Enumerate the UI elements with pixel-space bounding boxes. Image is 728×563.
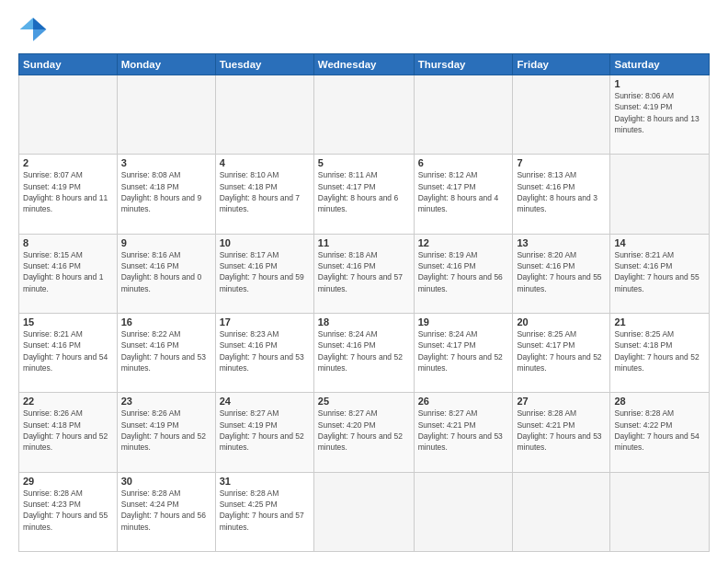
- page: SundayMondayTuesdayWednesdayThursdayFrid…: [0, 0, 728, 563]
- calendar-day-14: 14Sunrise: 8:21 AMSunset: 4:16 PMDayligh…: [610, 234, 710, 313]
- day-number: 23: [121, 396, 211, 407]
- day-number: 12: [418, 237, 509, 248]
- calendar-week-1: 2Sunrise: 8:07 AMSunset: 4:19 PMDaylight…: [19, 155, 710, 234]
- day-info: Sunrise: 8:22 AMSunset: 4:16 PMDaylight:…: [121, 328, 211, 373]
- day-info: Sunrise: 8:06 AMSunset: 4:19 PMDaylight:…: [614, 90, 705, 135]
- calendar-day-6: 6Sunrise: 8:12 AMSunset: 4:17 PMDaylight…: [414, 155, 513, 234]
- day-info: Sunrise: 8:08 AMSunset: 4:18 PMDaylight:…: [121, 169, 211, 214]
- day-info: Sunrise: 8:17 AMSunset: 4:16 PMDaylight:…: [220, 249, 310, 294]
- day-info: Sunrise: 8:27 AMSunset: 4:20 PMDaylight:…: [318, 408, 410, 453]
- day-info: Sunrise: 8:28 AMSunset: 4:24 PMDaylight:…: [121, 488, 211, 533]
- calendar-day-9: 9Sunrise: 8:16 AMSunset: 4:16 PMDaylight…: [117, 234, 215, 313]
- empty-cell: [513, 472, 610, 551]
- empty-cell: [610, 155, 710, 234]
- day-info: Sunrise: 8:21 AMSunset: 4:16 PMDaylight:…: [614, 249, 705, 294]
- svg-marker-0: [33, 17, 46, 29]
- calendar-day-18: 18Sunrise: 8:24 AMSunset: 4:16 PMDayligh…: [313, 313, 414, 392]
- weekday-header-wednesday: Wednesday: [313, 54, 414, 75]
- calendar-body: 1Sunrise: 8:06 AMSunset: 4:19 PMDaylight…: [19, 75, 710, 552]
- calendar-day-7: 7Sunrise: 8:13 AMSunset: 4:16 PMDaylight…: [513, 155, 610, 234]
- day-number: 21: [614, 316, 705, 327]
- weekday-header-thursday: Thursday: [414, 54, 513, 75]
- calendar-header: SundayMondayTuesdayWednesdayThursdayFrid…: [19, 54, 710, 75]
- day-info: Sunrise: 8:21 AMSunset: 4:16 PMDaylight:…: [23, 328, 113, 373]
- day-number: 11: [318, 237, 410, 248]
- calendar-day-2: 2Sunrise: 8:07 AMSunset: 4:19 PMDaylight…: [19, 155, 118, 234]
- weekday-header-friday: Friday: [513, 54, 610, 75]
- day-info: Sunrise: 8:16 AMSunset: 4:16 PMDaylight:…: [121, 249, 211, 294]
- calendar-day-15: 15Sunrise: 8:21 AMSunset: 4:16 PMDayligh…: [19, 313, 118, 392]
- day-number: 9: [121, 237, 211, 248]
- day-info: Sunrise: 8:28 AMSunset: 4:23 PMDaylight:…: [23, 488, 113, 533]
- day-number: 14: [614, 237, 705, 248]
- day-number: 26: [418, 396, 509, 407]
- day-number: 20: [517, 316, 606, 327]
- logo-icon: [18, 15, 48, 44]
- empty-cell: [19, 75, 118, 155]
- calendar-week-5: 29Sunrise: 8:28 AMSunset: 4:23 PMDayligh…: [19, 472, 710, 551]
- day-info: Sunrise: 8:27 AMSunset: 4:21 PMDaylight:…: [418, 408, 509, 453]
- calendar-day-31: 31Sunrise: 8:28 AMSunset: 4:25 PMDayligh…: [215, 472, 313, 551]
- empty-cell: [215, 75, 313, 155]
- day-info: Sunrise: 8:28 AMSunset: 4:25 PMDaylight:…: [220, 488, 310, 533]
- day-number: 8: [23, 237, 113, 248]
- day-number: 5: [318, 157, 410, 168]
- day-number: 29: [23, 476, 113, 487]
- empty-cell: [513, 75, 610, 155]
- day-number: 6: [418, 157, 509, 168]
- day-number: 16: [121, 316, 211, 327]
- calendar-day-20: 20Sunrise: 8:25 AMSunset: 4:17 PMDayligh…: [513, 313, 610, 392]
- day-info: Sunrise: 8:13 AMSunset: 4:16 PMDaylight:…: [517, 169, 606, 214]
- day-number: 27: [517, 396, 606, 407]
- day-number: 1: [614, 78, 705, 89]
- day-number: 24: [220, 396, 310, 407]
- day-info: Sunrise: 8:27 AMSunset: 4:19 PMDaylight:…: [220, 408, 310, 453]
- day-info: Sunrise: 8:28 AMSunset: 4:21 PMDaylight:…: [517, 408, 606, 453]
- calendar-day-5: 5Sunrise: 8:11 AMSunset: 4:17 PMDaylight…: [313, 155, 414, 234]
- day-info: Sunrise: 8:24 AMSunset: 4:16 PMDaylight:…: [318, 328, 410, 373]
- day-number: 7: [517, 157, 606, 168]
- calendar-day-26: 26Sunrise: 8:27 AMSunset: 4:21 PMDayligh…: [414, 393, 513, 472]
- calendar-day-12: 12Sunrise: 8:19 AMSunset: 4:16 PMDayligh…: [414, 234, 513, 313]
- calendar-day-8: 8Sunrise: 8:15 AMSunset: 4:16 PMDaylight…: [19, 234, 118, 313]
- day-number: 18: [318, 316, 410, 327]
- day-info: Sunrise: 8:28 AMSunset: 4:22 PMDaylight:…: [614, 408, 705, 453]
- calendar-week-4: 22Sunrise: 8:26 AMSunset: 4:18 PMDayligh…: [19, 393, 710, 472]
- calendar-day-1: 1Sunrise: 8:06 AMSunset: 4:19 PMDaylight…: [610, 75, 710, 155]
- svg-marker-1: [33, 29, 46, 41]
- calendar-day-19: 19Sunrise: 8:24 AMSunset: 4:17 PMDayligh…: [414, 313, 513, 392]
- weekday-header-saturday: Saturday: [610, 54, 710, 75]
- day-number: 22: [23, 396, 113, 407]
- calendar-day-22: 22Sunrise: 8:26 AMSunset: 4:18 PMDayligh…: [19, 393, 118, 472]
- calendar-day-30: 30Sunrise: 8:28 AMSunset: 4:24 PMDayligh…: [117, 472, 215, 551]
- empty-cell: [117, 75, 215, 155]
- day-number: 2: [23, 157, 113, 168]
- svg-marker-2: [20, 17, 33, 29]
- day-number: 10: [220, 237, 310, 248]
- day-info: Sunrise: 8:07 AMSunset: 4:19 PMDaylight:…: [23, 169, 113, 214]
- calendar-day-25: 25Sunrise: 8:27 AMSunset: 4:20 PMDayligh…: [313, 393, 414, 472]
- weekday-header-tuesday: Tuesday: [215, 54, 313, 75]
- empty-cell: [414, 75, 513, 155]
- calendar-week-3: 15Sunrise: 8:21 AMSunset: 4:16 PMDayligh…: [19, 313, 710, 392]
- day-info: Sunrise: 8:25 AMSunset: 4:18 PMDaylight:…: [614, 328, 705, 373]
- day-number: 4: [220, 157, 310, 168]
- day-info: Sunrise: 8:15 AMSunset: 4:16 PMDaylight:…: [23, 249, 113, 294]
- weekday-header-monday: Monday: [117, 54, 215, 75]
- calendar-day-23: 23Sunrise: 8:26 AMSunset: 4:19 PMDayligh…: [117, 393, 215, 472]
- day-info: Sunrise: 8:25 AMSunset: 4:17 PMDaylight:…: [517, 328, 606, 373]
- day-info: Sunrise: 8:23 AMSunset: 4:16 PMDaylight:…: [220, 328, 310, 373]
- day-number: 25: [318, 396, 410, 407]
- calendar-day-10: 10Sunrise: 8:17 AMSunset: 4:16 PMDayligh…: [215, 234, 313, 313]
- day-number: 17: [220, 316, 310, 327]
- calendar-day-17: 17Sunrise: 8:23 AMSunset: 4:16 PMDayligh…: [215, 313, 313, 392]
- day-info: Sunrise: 8:10 AMSunset: 4:18 PMDaylight:…: [220, 169, 310, 214]
- day-number: 15: [23, 316, 113, 327]
- calendar-day-16: 16Sunrise: 8:22 AMSunset: 4:16 PMDayligh…: [117, 313, 215, 392]
- day-number: 13: [517, 237, 606, 248]
- day-info: Sunrise: 8:20 AMSunset: 4:16 PMDaylight:…: [517, 249, 606, 294]
- calendar-day-24: 24Sunrise: 8:27 AMSunset: 4:19 PMDayligh…: [215, 393, 313, 472]
- calendar-day-13: 13Sunrise: 8:20 AMSunset: 4:16 PMDayligh…: [513, 234, 610, 313]
- calendar-day-29: 29Sunrise: 8:28 AMSunset: 4:23 PMDayligh…: [19, 472, 118, 551]
- day-info: Sunrise: 8:19 AMSunset: 4:16 PMDaylight:…: [418, 249, 509, 294]
